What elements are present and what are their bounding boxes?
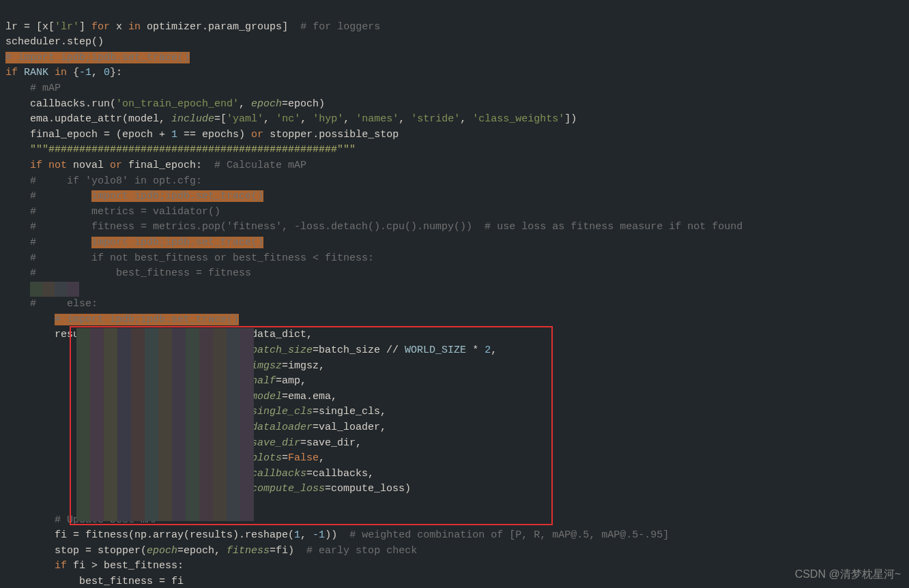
code-line: dataloader=val_loader, [5,422,386,433]
code-line: # best_fitness = fitness [5,267,251,279]
code-line: callbacks.run('on_train_epoch_end', epoc… [5,98,325,110]
code-line: # if not best_fitness or best_fitness < … [5,252,374,264]
code-line: # import ipdb;ipdb.set_trace() [5,237,263,248]
code-line: # import ipdb;ipdb.set_trace() [5,52,190,63]
code-line: imgsz=imgsz, [5,360,325,372]
code-line: if not noval or final_epoch: # Calculate… [5,160,306,171]
code-editor-view: lr = [x['lr'] for x in optimizer.param_g… [0,0,909,588]
code-line: save_dir=save_dir, [5,437,362,449]
code-line: single_cls=single_cls, [5,406,386,417]
code-line [5,283,12,295]
code-line: batch_size=batch_size // WORLD_SIZE * 2, [5,344,497,356]
code-line: callbacks=callbacks, [5,468,374,480]
code-line: # import ipdb;ipdb.set_trace() [5,190,263,202]
code-line: # mAP [5,83,61,94]
code-line: # if 'yolo8' in opt.cfg: [5,175,202,187]
code-line: plots=False, [5,452,325,464]
code-line: ema.update_attr(model, include=['yaml', … [5,113,577,125]
code-line: model=ema.ema, [5,391,337,402]
code-line: best_fitness = fi [5,576,184,587]
code-line: # metrics = validator() [5,206,220,218]
code-line: fi = fitness(np.array(results).reshape(1… [5,529,669,541]
code-line: lr = [x['lr'] for x in optimizer.param_g… [5,21,380,33]
code-line: compute_loss=compute_loss) [5,483,411,495]
code-line: results, maps, _ = validate.run(data_dic… [5,329,313,340]
code-line: final_epoch = (epoch + 1 == epochs) or s… [5,129,399,141]
code-line: # Update best mAP [5,514,159,526]
code-line: # else: [5,298,98,310]
code-line: # fitness = metrics.pop('fitness', -loss… [5,221,742,233]
code-line: if fi > best_fitness: [5,560,184,572]
code-line [5,499,12,510]
code-line: half=amp, [5,375,306,387]
code-line: scheduler.step() [5,36,104,48]
code-line: """#####################################… [5,144,356,156]
code-line: stop = stopper(epoch=epoch, fitness=fi) … [5,545,417,557]
code-line: # import ipdb;ipdb.set_trace() [5,314,239,325]
watermark: CSDN @清梦枕星河~ [795,567,901,583]
code-line: if RANK in {-1, 0}: [5,67,122,78]
